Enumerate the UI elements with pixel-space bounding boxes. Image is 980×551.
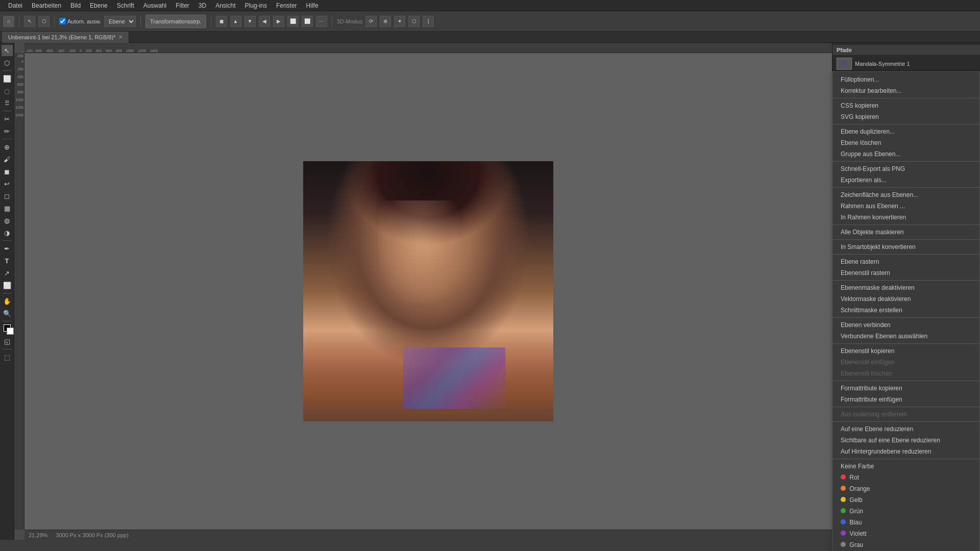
ctx-sichtbare[interactable]: Sichtbare auf eine Ebene reduzieren [832,435,979,446]
ctx-gruppe[interactable]: Gruppe aus Ebenen... [832,148,979,160]
auto-select-checkbox[interactable] [59,18,66,24]
ctx-keine-farbe[interactable]: Keine Farbe [832,461,979,472]
active-tab[interactable]: Unbenannt-1 bei 21,3% (Ebene 1, RGB/8)* … [2,32,129,43]
menu-auswahl[interactable]: Auswahl [139,1,170,10]
ctx-attr-einf[interactable]: Formattribute einfügen [832,394,979,405]
3d-icon-2[interactable]: ⊕ [380,16,391,27]
marquee-tool[interactable]: ⬜ [2,73,13,84]
history-tool[interactable]: ↩ [2,178,13,189]
ctx-rahmen[interactable]: Rahmen aus Ebenen ... [832,201,979,212]
shape-tool[interactable]: ⬜ [2,280,13,291]
fg-bg-color[interactable] [2,323,13,335]
3d-icon-1[interactable]: ⟳ [365,16,377,27]
ctx-sep-4 [832,187,979,188]
ctx-svg[interactable]: SVG kopieren [832,111,979,122]
menu-plugins[interactable]: Plug-ins [241,1,271,10]
ctx-schnell-png[interactable]: Schnell-Export als PNG [832,163,979,174]
ctx-violett[interactable]: Violett [832,528,979,539]
ctx-dup[interactable]: Ebene duplizieren... [832,126,979,137]
crop-tool[interactable]: ✂ [2,113,13,124]
ctx-stil-kop[interactable]: Ebenenstil kopieren [832,345,979,357]
ctx-rot[interactable]: Rot [832,472,979,483]
ctx-exportieren[interactable]: Exportieren als... [832,174,979,186]
lasso-tool[interactable]: ◌ [2,85,13,96]
3d-icon-3[interactable]: ✦ [394,16,405,27]
ctx-auf-ebene[interactable]: Auf eine Ebene reduzieren [832,423,979,435]
ctx-alle-mask[interactable]: Alle Objekte maskieren [832,227,979,238]
doc-info: 3000 Px x 3000 Px (300 ppp) [56,532,128,538]
hand-tool[interactable]: ✋ [2,295,13,307]
brush-tool[interactable]: 🖌 [2,154,13,165]
ctx-vekt-deakt[interactable]: Vektormaske deaktivieren [832,293,979,305]
options-icon[interactable]: ⬡ [38,16,50,27]
menu-datei[interactable]: Datei [4,1,27,10]
ctx-css[interactable]: CSS kopieren [832,100,979,111]
3d-icon-4[interactable]: ⬡ [408,16,420,27]
menu-3d[interactable]: 3D [194,1,210,10]
ctx-in-rahmen[interactable]: In Rahmen konvertieren [832,212,979,223]
quick-mask-tool[interactable]: ◱ [2,336,13,347]
canvas-image[interactable] [303,161,553,421]
align-bottom-icon[interactable]: ⬜ [287,16,299,27]
menu-ebene[interactable]: Ebene [86,1,112,10]
3d-icon-5[interactable]: | [423,16,434,27]
ctx-attr-kop[interactable]: Formattribute kopieren [832,383,979,394]
tool-sep-4 [3,240,12,241]
ctx-grau[interactable]: Grau [832,539,979,550]
ctx-schnitt[interactable]: Schnittmaske erstellen [832,305,979,316]
ctx-korrektur[interactable]: Korrektur bearbeiten... [832,85,979,96]
path-selection-tool[interactable]: ↗ [2,267,13,279]
dodge-tool[interactable]: ◑ [2,227,13,238]
stamp-tool[interactable]: ◼ [2,166,13,177]
tool-sep-3 [3,139,12,139]
menu-ansicht[interactable]: Ansicht [211,1,239,10]
eyedropper-tool[interactable]: ✏ [2,126,13,137]
align-right-icon[interactable]: ▼ [244,16,256,27]
ctx-smart[interactable]: In Smartobjekt konvertieren [832,241,979,253]
ctx-rastern[interactable]: Ebene rastern [832,256,979,267]
menu-hilfe[interactable]: Hilfe [302,1,323,10]
zoom-tool[interactable]: 🔍 [2,308,13,319]
menu-fenster[interactable]: Fenster [272,1,301,10]
align-top-icon[interactable]: ◀ [259,16,270,27]
ctx-fuelloptionen[interactable]: Fülloptionen... [832,74,979,85]
magic-wand-tool[interactable]: ⠿ [2,97,13,109]
healing-tool[interactable]: ⊕ [2,141,13,153]
gradient-tool[interactable]: ▦ [2,203,13,214]
artboard-tool[interactable]: ⬡ [2,57,13,68]
blur-tool[interactable]: ◍ [2,215,13,226]
transform-btn[interactable]: Transformationsstrp. [145,15,206,28]
pen-tool[interactable]: ✒ [2,243,13,254]
layer-mode-select[interactable]: Ebene [104,16,136,27]
align-mid-icon[interactable]: ▶ [273,16,284,27]
move-tool-icon[interactable]: ↖ [24,16,35,27]
paths-panel-header: Pfade [832,45,980,56]
path-item-mandala[interactable]: Mandala-Symmetrie 1 [832,56,980,72]
home-icon[interactable]: ⌂ [3,16,14,27]
ctx-losch[interactable]: Ebene löschen [832,137,979,148]
ctx-gruen[interactable]: Grün [832,506,979,517]
ctx-gelb[interactable]: Gelb [832,494,979,506]
align-center-icon[interactable]: ▲ [230,16,241,27]
distribute-icon[interactable]: ⬜ [302,16,313,27]
text-tool[interactable]: T [2,255,13,266]
ctx-verbinden[interactable]: Ebenen verbinden [832,319,979,331]
menu-bild[interactable]: Bild [66,1,85,10]
more-icon[interactable]: ··· [316,16,327,27]
screen-mode-tool[interactable]: ⬚ [2,352,13,363]
ctx-blau[interactable]: Blau [832,517,979,528]
align-left-icon[interactable]: ◼ [216,16,227,27]
canvas-content[interactable] [24,53,832,530]
ctx-maske-deakt[interactable]: Ebenenmaske deaktivieren [832,282,979,293]
ctx-zeichenflaeche[interactable]: Zeichenfläche aus Ebenen... [832,189,979,201]
eraser-tool[interactable]: ◻ [2,190,13,202]
ctx-hintergrund[interactable]: Auf Hintergrundebene reduzieren [832,446,979,457]
menu-schrift[interactable]: Schrift [113,1,138,10]
ctx-ebenstil-rastern[interactable]: Ebenenstil rastern [832,267,979,279]
menu-bearbeiten[interactable]: Bearbeiten [28,1,65,10]
ctx-verbunden-ausw[interactable]: Verbundene Ebenen auswählen [832,331,979,342]
move-tool[interactable]: ↖ [2,45,13,56]
tab-close-icon[interactable]: ✕ [118,34,122,40]
ctx-orange[interactable]: Orange [832,483,979,494]
menu-filter[interactable]: Filter [172,1,193,10]
